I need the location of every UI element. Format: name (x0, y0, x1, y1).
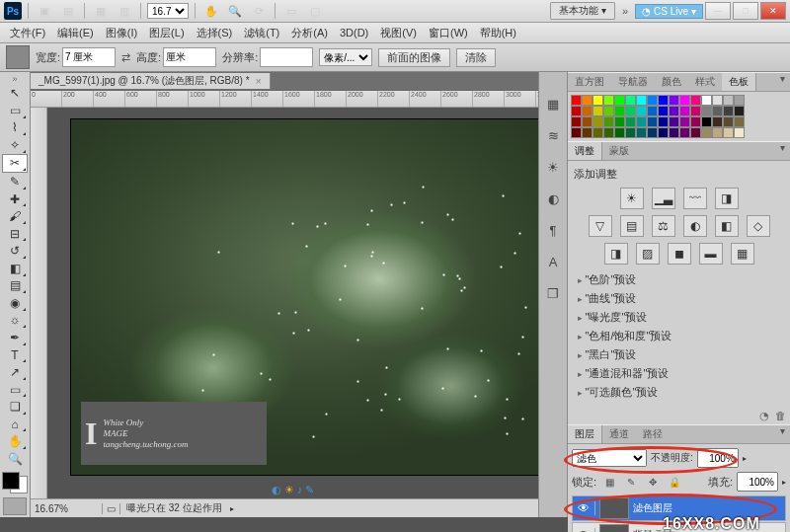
adj-mixer-icon[interactable]: ◇ (747, 215, 770, 237)
hand-icon[interactable]: ✋ (201, 2, 221, 20)
tab-color[interactable]: 颜色 (655, 73, 688, 91)
pin-icon[interactable]: ♪ (297, 484, 303, 496)
adj-invert-icon[interactable]: ◨ (604, 243, 628, 265)
swatch[interactable] (712, 95, 723, 106)
adj-hue-icon[interactable]: ▤ (620, 215, 644, 237)
adj-vibrance-icon[interactable]: ▽ (589, 215, 612, 237)
tool-heal[interactable]: ✚ (3, 190, 27, 208)
panel-menu-icon[interactable]: ▾ (774, 142, 790, 160)
tool-gradient[interactable]: ▤ (3, 277, 27, 295)
preset-item[interactable]: "黑白"预设 (574, 345, 784, 364)
menu-file[interactable]: 文件(F) (4, 24, 51, 42)
swatch[interactable] (734, 106, 745, 116)
swatch[interactable] (625, 95, 636, 106)
tool-eraser[interactable]: ◧ (3, 260, 27, 277)
tool-path[interactable]: ↗ (3, 363, 27, 381)
expand-icon[interactable]: » (617, 5, 633, 17)
tool-eyedropper[interactable]: ✎ (3, 173, 27, 190)
lock-all-icon[interactable]: 🔒 (666, 473, 683, 491)
screen-icon[interactable]: ▢ (305, 2, 325, 20)
arrange-icon[interactable]: ▭ (281, 2, 301, 20)
paragraph-toggle[interactable]: ¶ (542, 220, 564, 240)
swatch[interactable] (603, 127, 614, 138)
info-icon[interactable]: ✎ (305, 484, 314, 496)
swatch[interactable] (679, 106, 690, 116)
tab-layers[interactable]: 图层 (568, 425, 602, 443)
swatch[interactable] (723, 127, 734, 138)
opacity-arrow-icon[interactable]: ▸ (743, 454, 747, 463)
preset-item[interactable]: "曲线"预设 (574, 289, 784, 308)
swatch[interactable] (614, 127, 625, 138)
tab-navigator[interactable]: 导航器 (611, 73, 655, 91)
close-button[interactable]: ✕ (760, 2, 786, 20)
cslive-button[interactable]: ◔ CS Live ▾ (635, 4, 703, 19)
swatch[interactable] (647, 116, 658, 127)
workspace-switcher[interactable]: 基本功能 ▾ (550, 2, 615, 20)
menu-filter[interactable]: 滤镜(T) (238, 24, 285, 42)
swatch[interactable] (679, 116, 690, 127)
fill-arrow-icon[interactable]: ▸ (782, 478, 786, 487)
adj-trash-icon[interactable]: 🗑 (775, 410, 786, 422)
swatch[interactable] (592, 116, 603, 127)
swatch[interactable] (625, 106, 636, 116)
lock-move-icon[interactable]: ✥ (644, 473, 662, 491)
adj-brightness-icon[interactable]: ☀ (620, 188, 644, 209)
status-arrow-icon[interactable]: ▸ (230, 504, 234, 513)
swatch[interactable] (679, 95, 690, 106)
swatch[interactable] (690, 95, 701, 106)
swatch[interactable] (603, 116, 614, 127)
close-tab-icon[interactable]: × (256, 75, 262, 87)
swatch[interactable] (658, 116, 669, 127)
adj-levels-icon[interactable]: ▁▃ (652, 188, 675, 209)
fill-input[interactable] (737, 472, 778, 492)
visibility-icon[interactable]: 👁 (573, 501, 595, 515)
swatch[interactable] (592, 106, 603, 116)
swatch[interactable] (571, 106, 582, 116)
swatch[interactable] (669, 106, 679, 116)
tab-channels[interactable]: 通道 (602, 425, 636, 443)
tab-histogram[interactable]: 直方图 (568, 73, 611, 91)
swatch[interactable] (734, 127, 745, 138)
tool-wand[interactable]: ✧ (3, 136, 27, 154)
tool-blur[interactable]: ◉ (3, 294, 27, 312)
document-tab[interactable]: _MG_5997(1).jpg @ 16.7% (滤色图层, RGB/8) * … (31, 73, 271, 89)
swatch[interactable] (625, 127, 636, 138)
cloud-icon[interactable]: ☀ (284, 484, 294, 496)
swatch[interactable] (658, 127, 669, 138)
panel-menu-icon[interactable]: ▾ (774, 73, 790, 91)
tab-swatches[interactable]: 色板 (722, 73, 756, 91)
menu-window[interactable]: 窗口(W) (423, 24, 474, 42)
tab-styles[interactable]: 样式 (688, 73, 722, 91)
blend-mode-select[interactable]: 滤色 (572, 449, 647, 467)
rotate-icon[interactable]: ⟳ (249, 2, 269, 20)
opacity-input[interactable] (697, 448, 739, 468)
swatch[interactable] (582, 106, 592, 116)
swatch[interactable] (582, 127, 592, 138)
adj-clip-icon[interactable]: ◔ (759, 410, 769, 422)
visibility-icon[interactable]: 👁 (573, 528, 595, 532)
swatch[interactable] (669, 116, 679, 127)
adj-thresh-icon[interactable]: ◼ (668, 243, 691, 265)
zoom-select[interactable]: 16.7 (147, 3, 189, 19)
swatch[interactable] (647, 127, 658, 138)
swatch[interactable] (603, 106, 614, 116)
tab-paths[interactable]: 路径 (636, 425, 670, 443)
swatch[interactable] (658, 95, 669, 106)
crop-height-input[interactable] (163, 47, 216, 67)
swatch[interactable] (636, 106, 647, 116)
lock-paint-icon[interactable]: ✎ (622, 473, 640, 491)
tool-lasso[interactable]: ⌇ (3, 119, 27, 137)
minimize-button[interactable]: — (705, 2, 731, 20)
menu-select[interactable]: 选择(S) (191, 24, 239, 42)
swatch[interactable] (636, 116, 647, 127)
zoom-icon[interactable]: 🔍 (225, 2, 245, 20)
swatch[interactable] (614, 95, 625, 106)
guides-icon[interactable]: ▥ (115, 2, 134, 20)
tool-zoom[interactable]: 🔍 (3, 450, 27, 468)
tool-history[interactable]: ↺ (3, 242, 27, 260)
tool-hand[interactable]: ✋ (3, 432, 27, 450)
menu-image[interactable]: 图像(I) (100, 24, 143, 42)
zoom-field[interactable]: 16.67% (31, 503, 103, 514)
swatch[interactable] (669, 127, 679, 138)
adj-poster-icon[interactable]: ▨ (636, 243, 660, 265)
